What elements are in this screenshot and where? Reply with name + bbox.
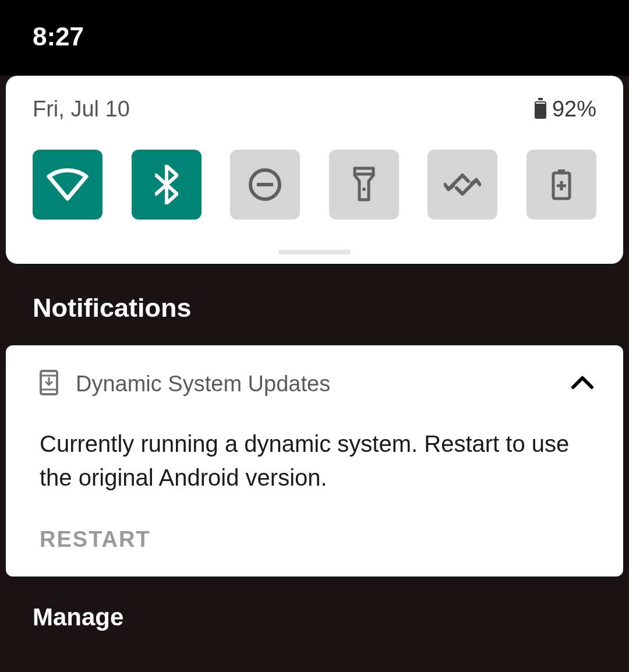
do-not-disturb-icon [248,167,282,202]
flashlight-tile[interactable] [329,150,399,220]
date-label[interactable]: Fri, Jul 10 [33,97,130,122]
restart-button[interactable]: RESTART [40,527,595,552]
manage-button[interactable]: Manage [0,576,629,631]
quick-settings-panel: Fri, Jul 10 92% [6,76,623,264]
drag-handle[interactable] [278,250,351,254]
status-bar: 8:27 [0,0,629,76]
svg-point-3 [362,188,366,191]
quick-settings-header: Fri, Jul 10 92% [33,97,596,122]
wifi-tile[interactable] [33,150,103,220]
notification-app-name: Dynamic System Updates [76,372,552,397]
notification-body: Currently running a dynamic system. Rest… [40,427,595,494]
notification-header: Dynamic System Updates [40,370,595,398]
wifi-icon [47,167,89,202]
bluetooth-icon [155,165,178,204]
rotate-tile[interactable] [427,150,497,220]
notifications-header: Notifications [0,264,629,345]
battery-icon [535,100,546,119]
notification-card[interactable]: Dynamic System Updates Currently running… [6,345,623,576]
clock: 8:27 [33,22,629,51]
battery-percent: 92% [552,97,596,122]
auto-rotate-icon [444,168,481,201]
bluetooth-tile[interactable] [132,150,202,220]
battery-saver-tile[interactable] [526,150,596,220]
svg-rect-5 [558,169,565,173]
battery-status[interactable]: 92% [535,97,596,122]
system-update-icon [40,370,58,398]
collapse-icon[interactable] [570,374,595,393]
quick-settings-tiles [33,150,596,220]
flashlight-icon [351,166,377,203]
battery-saver-icon [551,168,572,201]
dnd-tile[interactable] [230,150,300,220]
